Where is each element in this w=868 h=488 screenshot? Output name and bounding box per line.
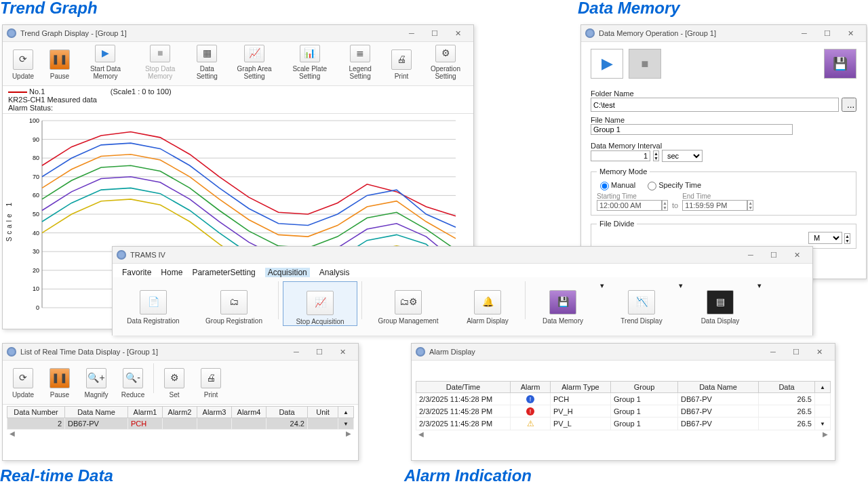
memory-play-button[interactable]: ▶ bbox=[591, 49, 623, 79]
col-name[interactable]: Data Name bbox=[65, 407, 128, 418]
tab-analysis[interactable]: Analysis bbox=[319, 268, 350, 277]
tab-home[interactable]: Home bbox=[161, 268, 182, 277]
scroll-down[interactable]: ▼ bbox=[338, 418, 354, 430]
magnify-button[interactable]: 🔍+Magnify bbox=[80, 363, 113, 399]
svg-text:80: 80 bbox=[33, 155, 39, 161]
pause-button[interactable]: ❚❚Pause bbox=[43, 363, 76, 399]
group-management-button[interactable]: 🗂⚙Group Management bbox=[366, 281, 450, 325]
h-scrollbar[interactable]: ◀▶ bbox=[416, 430, 831, 438]
table-row[interactable]: 2/3/2025 11:45:28 PM⚠PV_LGroup 1DB67-PV2… bbox=[416, 418, 831, 430]
data-display-dropdown[interactable]: ▤Data Display bbox=[687, 281, 753, 325]
close-button[interactable]: ✕ bbox=[785, 248, 808, 262]
scroll-up[interactable]: ▲ bbox=[815, 382, 831, 393]
start-memory-button[interactable]: ▶Start Data Memory bbox=[80, 45, 131, 80]
col-name[interactable]: Data Name bbox=[678, 382, 759, 393]
maximize-button[interactable]: ☐ bbox=[423, 26, 446, 40]
set-button[interactable]: ⚙Set bbox=[158, 363, 191, 399]
col-alarm2[interactable]: Alarm2 bbox=[163, 407, 197, 418]
interval-unit-select[interactable]: sec bbox=[662, 150, 703, 162]
minimize-button[interactable]: ─ bbox=[400, 26, 423, 40]
svg-text:100: 100 bbox=[29, 117, 39, 124]
close-button[interactable]: ✕ bbox=[331, 345, 354, 359]
col-data[interactable]: Data bbox=[759, 382, 815, 393]
col-datetime[interactable]: Date/Time bbox=[416, 382, 511, 393]
group-registration-button[interactable]: 🗂Group Registration bbox=[194, 281, 274, 325]
divide-spinner[interactable]: ▲▼ bbox=[844, 233, 850, 244]
memory-stop-button[interactable]: ■ bbox=[629, 49, 661, 79]
trend-legend-box: No.1 KR2S-CH1 Measured data Alarm Status… bbox=[3, 86, 473, 114]
col-alarm3[interactable]: Alarm3 bbox=[197, 407, 232, 418]
pause-button[interactable]: ❚❚Pause bbox=[43, 45, 76, 80]
table-row[interactable]: 2/3/2025 11:45:28 PM!PCHGroup 1DB67-PV26… bbox=[416, 393, 831, 405]
data-registration-button[interactable]: 📄Data Registration bbox=[117, 281, 190, 325]
floppy-icon: 💾 bbox=[549, 290, 576, 314]
table-row[interactable]: 2 DB67-PV PCH 24.2 ▼ bbox=[7, 418, 354, 430]
interval-input[interactable] bbox=[591, 150, 650, 161]
scroll-up[interactable]: ▲ bbox=[338, 407, 354, 418]
chart-gear-icon: 📈 bbox=[244, 45, 264, 62]
label-data-memory: Data Memory bbox=[578, 0, 680, 18]
col-type[interactable]: Alarm Type bbox=[551, 382, 611, 393]
maximize-button[interactable]: ☐ bbox=[762, 248, 785, 262]
mode-specify-radio[interactable]: Specify Time bbox=[644, 180, 701, 190]
memory-save-button[interactable]: 💾 bbox=[824, 49, 856, 79]
to-label: to bbox=[672, 201, 678, 211]
maximize-button[interactable]: ☐ bbox=[785, 345, 808, 359]
table-row[interactable]: 2/3/2025 11:45:28 PM!PV_HGroup 1DB67-PV2… bbox=[416, 405, 831, 418]
col-group[interactable]: Group bbox=[611, 382, 678, 393]
folder-input[interactable] bbox=[591, 98, 839, 112]
operation-setting-button[interactable]: ⚙Operation Setting bbox=[422, 45, 469, 80]
legend-no: No.1 bbox=[29, 87, 45, 96]
alarm-display-button[interactable]: 🔔Alarm Display bbox=[454, 281, 521, 325]
col-number[interactable]: Data Number bbox=[7, 407, 65, 418]
tab-parameter[interactable]: ParameterSetting bbox=[192, 268, 255, 277]
close-button[interactable]: ✕ bbox=[808, 345, 831, 359]
memory-body: ▶ ■ 💾 Folder Name ... File Name Data Mem… bbox=[581, 42, 866, 260]
refresh-icon: ⟳ bbox=[13, 49, 33, 70]
stop-memory-button[interactable]: ■Stop Data Memory bbox=[135, 45, 185, 80]
app-icon bbox=[416, 347, 425, 357]
print-button[interactable]: 🖨Print bbox=[385, 45, 418, 80]
col-unit[interactable]: Unit bbox=[308, 407, 338, 418]
minimize-button[interactable]: ─ bbox=[762, 345, 785, 359]
minimize-button[interactable]: ─ bbox=[739, 248, 762, 262]
end-spinner[interactable]: ▲▼ bbox=[747, 200, 753, 211]
h-scrollbar[interactable]: ◀▶ bbox=[7, 430, 354, 437]
col-alarm1[interactable]: Alarm1 bbox=[128, 407, 163, 418]
print-button[interactable]: 🖨Print bbox=[195, 363, 227, 399]
col-data[interactable]: Data bbox=[267, 407, 308, 418]
scale-plate-button[interactable]: 📊Scale Plate Setting bbox=[284, 45, 335, 80]
update-button[interactable]: ⟳Update bbox=[7, 45, 39, 80]
interval-spinner[interactable]: ▲▼ bbox=[653, 150, 659, 161]
start-spinner[interactable]: ▲▼ bbox=[662, 200, 668, 211]
update-button[interactable]: ⟳Update bbox=[7, 363, 39, 399]
close-button[interactable]: ✕ bbox=[446, 26, 469, 40]
minimize-button[interactable]: ─ bbox=[793, 26, 816, 40]
divide-unit-select[interactable]: M bbox=[808, 232, 842, 244]
close-button[interactable]: ✕ bbox=[839, 26, 862, 40]
reduce-button[interactable]: 🔍-Reduce bbox=[117, 363, 149, 399]
maximize-button[interactable]: ☐ bbox=[816, 26, 839, 40]
legend-setting-button[interactable]: ≣Legend Setting bbox=[339, 45, 381, 80]
filename-input[interactable] bbox=[591, 124, 793, 135]
graph-area-button[interactable]: 📈Graph Area Setting bbox=[229, 45, 280, 80]
legend-swatch-red bbox=[8, 92, 27, 93]
memory-mode-legend: Memory Mode bbox=[597, 167, 650, 176]
mode-manual-radio[interactable]: Manual bbox=[597, 180, 635, 190]
alarm-icon: ⚠ bbox=[511, 418, 551, 430]
window-title: List of Real Time Data Display - [Group … bbox=[20, 348, 158, 356]
tab-acquisition[interactable]: Acquisition bbox=[265, 268, 310, 277]
minimize-button[interactable]: ─ bbox=[285, 345, 308, 359]
col-alarm4[interactable]: Alarm4 bbox=[232, 407, 267, 418]
chevron-down-icon: ▾ bbox=[757, 281, 762, 290]
trend-display-dropdown[interactable]: 📉Trend Display bbox=[608, 281, 675, 325]
browse-button[interactable]: ... bbox=[842, 98, 856, 112]
tab-favorite[interactable]: Favorite bbox=[122, 268, 151, 277]
end-time-input[interactable] bbox=[682, 200, 747, 211]
data-memory-dropdown[interactable]: 💾Data Memory bbox=[530, 281, 596, 325]
stop-acquisition-button[interactable]: 📈Stop Acquisition bbox=[283, 281, 357, 326]
start-time-input[interactable] bbox=[597, 200, 662, 211]
maximize-button[interactable]: ☐ bbox=[308, 345, 331, 359]
col-alarm[interactable]: Alarm bbox=[511, 382, 551, 393]
data-setting-button[interactable]: ▦Data Setting bbox=[189, 45, 224, 80]
